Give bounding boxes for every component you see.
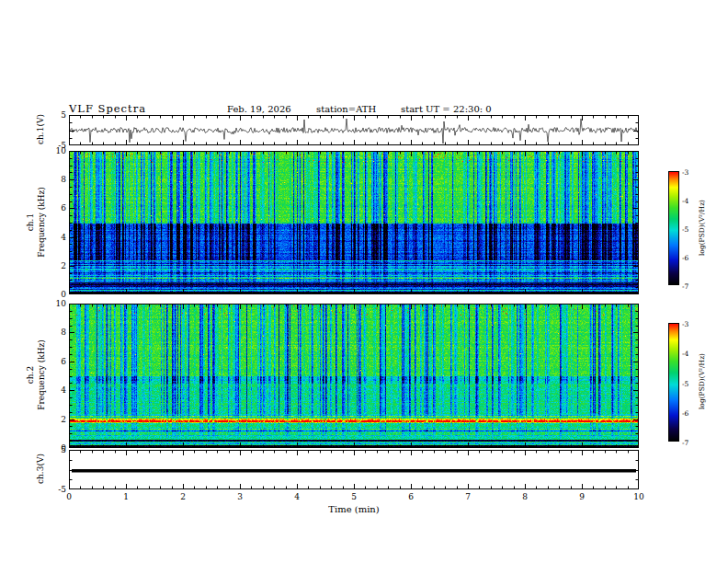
colorbar-2-tick-label: -7 [682, 438, 700, 448]
x-tick-label: 7 [457, 492, 479, 502]
colorbar-1-tick-label: -4 [682, 196, 700, 206]
start-ut-label: start UT = 22:30: 0 [401, 104, 492, 114]
ch3-waveform-canvas [69, 450, 639, 489]
spec2-y-tick-label: 6 [42, 357, 66, 367]
colorbar-1-canvas [668, 171, 679, 285]
colorbar-1 [668, 171, 679, 285]
spec2-channel-label: ch.2 [26, 320, 36, 431]
x-tick-label: 2 [172, 492, 194, 502]
spec1-y-tick-label: 8 [42, 175, 66, 185]
ch2-spectrogram-canvas [69, 304, 639, 448]
spec2-y-tick-label: 4 [42, 385, 66, 396]
colorbar-2 [668, 323, 679, 442]
spec1-y-tick-label: 4 [42, 233, 66, 243]
ch1-waveform-canvas [69, 115, 639, 145]
ch1-waveform-y-tick-label: 5 [42, 110, 66, 121]
ch2-spectrogram-panel [69, 304, 639, 448]
station-label: station=ATH [316, 104, 376, 114]
date-label: Feb. 19, 2026 [227, 104, 291, 114]
spec2-y-tick-label: 10 [42, 299, 66, 309]
colorbar-1-tick-label: -5 [682, 224, 700, 235]
x-tick-label: 10 [628, 492, 650, 502]
spec2-y-tick-label: 2 [42, 415, 66, 425]
vlf-spectra-figure: VLF Spectra Feb. 19, 2026 station=ATH st… [0, 0, 728, 563]
spec2-y-tick-label: 8 [42, 327, 66, 338]
colorbar-2-tick-label: -4 [682, 349, 700, 359]
colorbar-2-tick-label: -5 [682, 379, 700, 389]
x-tick-label: 3 [229, 492, 251, 502]
x-tick-label: 4 [286, 492, 308, 502]
x-tick-label: 5 [343, 492, 365, 502]
x-tick-label: 1 [115, 492, 137, 502]
ch3-y-tick-label: -5 [42, 485, 66, 495]
ch1-waveform-panel [69, 115, 639, 145]
ch3-waveform-panel [69, 450, 639, 489]
ch1-waveform-y-tick-label: -5 [42, 141, 66, 151]
time-axis-label: Time (min) [308, 504, 400, 514]
ch3-voltage-axis-label: ch.3(V) [36, 414, 46, 524]
ch1-spectrogram-panel [69, 151, 639, 294]
x-tick-label: 9 [571, 492, 593, 502]
x-tick-label: 6 [400, 492, 422, 502]
spec1-channel-label: ch.1 [26, 167, 36, 278]
colorbar-1-tick-label: -3 [682, 167, 700, 178]
colorbar-1-tick-label: -7 [682, 282, 700, 292]
colorbar-2-tick-label: -3 [682, 319, 700, 329]
colorbar-1-tick-label: -6 [682, 253, 700, 263]
ch1-spectrogram-canvas [69, 151, 639, 294]
colorbar-2-tick-label: -6 [682, 408, 700, 419]
x-tick-label: 8 [514, 492, 536, 502]
colorbar-2-canvas [668, 323, 679, 442]
spec1-y-tick-label: 2 [42, 261, 66, 271]
page-title: VLF Spectra [69, 102, 146, 115]
spec1-y-tick-label: 6 [42, 203, 66, 213]
ch3-y-tick-label: 5 [42, 445, 66, 455]
